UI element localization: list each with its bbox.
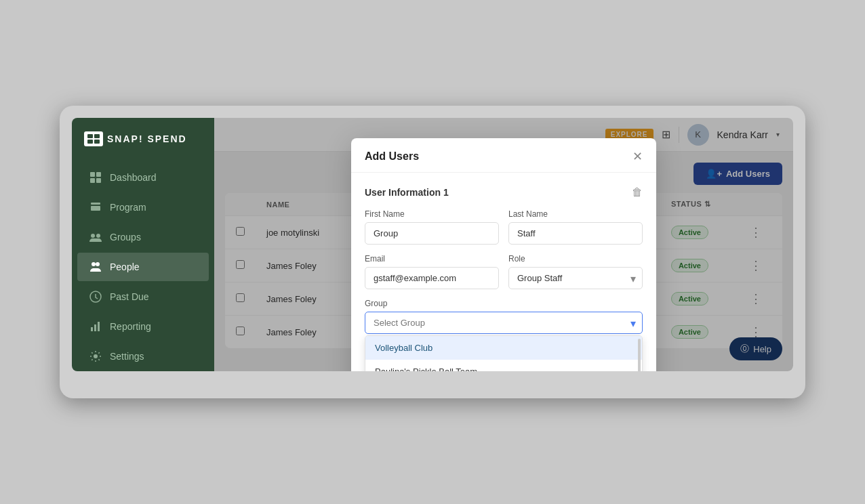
svg-rect-16	[98, 322, 100, 331]
sidebar-item-program[interactable]: Program	[77, 193, 209, 222]
logo: SNAP! SPEND	[72, 118, 214, 163]
add-users-modal: Add Users ✕ User Information 1 🗑	[351, 138, 656, 371]
group-option-volleyball[interactable]: Volleyball Club	[365, 336, 642, 360]
logo-text: SNAP! SPEND	[107, 133, 187, 144]
svg-rect-9	[91, 206, 100, 211]
svg-point-13	[96, 262, 100, 266]
user-info-title: User Information 1	[365, 187, 449, 198]
groups-icon	[89, 231, 102, 243]
last-name-input[interactable]	[508, 222, 643, 245]
first-name-input[interactable]	[365, 222, 499, 245]
sidebar-label-program: Program	[110, 202, 146, 213]
sidebar-label-past-due: Past Due	[110, 291, 149, 302]
role-select[interactable]: Group Staff Program Staff Admin	[508, 267, 643, 289]
reporting-icon	[89, 320, 102, 333]
svg-point-10	[91, 234, 95, 238]
modal-title: Add Users	[365, 150, 419, 163]
sidebar-item-past-due[interactable]: Past Due	[77, 282, 209, 311]
dashboard-icon	[89, 171, 102, 184]
sidebar-label-reporting: Reporting	[110, 321, 151, 332]
email-role-row: Email Role Group Staff Progra	[365, 254, 643, 289]
group-input-wrapper: ▾ Volleyball Club Paulina's Pickle Ball …	[365, 312, 643, 334]
last-name-label: Last Name	[508, 209, 643, 219]
group-label: Group	[365, 299, 643, 308]
group-select-input[interactable]	[365, 312, 643, 334]
svg-rect-2	[87, 140, 93, 144]
role-label: Role	[508, 254, 643, 264]
svg-rect-3	[94, 140, 100, 144]
svg-rect-1	[94, 134, 100, 138]
svg-rect-4	[90, 172, 95, 177]
sidebar-item-people[interactable]: People	[77, 253, 209, 281]
svg-rect-7	[96, 178, 101, 183]
group-dropdown-list: Volleyball Club Paulina's Pickle Ball Te…	[365, 335, 643, 371]
sidebar-item-dashboard[interactable]: Dashboard	[77, 163, 209, 192]
svg-rect-6	[90, 178, 95, 183]
past-due-icon	[89, 291, 102, 303]
sidebar-item-settings[interactable]: Settings	[77, 342, 209, 371]
last-name-group: Last Name	[508, 209, 643, 245]
name-row: First Name Last Name	[365, 209, 643, 245]
sidebar-label-settings: Settings	[110, 351, 144, 362]
modal-header: Add Users ✕	[351, 138, 656, 173]
svg-rect-8	[91, 203, 100, 205]
email-group: Email	[365, 254, 499, 289]
modal-close-button[interactable]: ✕	[632, 150, 643, 163]
group-option-pickle[interactable]: Paulina's Pickle Ball Team	[365, 360, 642, 371]
sidebar-item-groups[interactable]: Groups	[77, 223, 209, 251]
group-chevron-icon: ▾	[630, 316, 636, 329]
settings-icon	[89, 350, 102, 362]
sidebar: SNAP! SPEND Dashboard	[72, 118, 214, 371]
svg-rect-15	[94, 324, 96, 331]
svg-point-11	[96, 234, 100, 238]
sidebar-label-dashboard: Dashboard	[110, 172, 157, 183]
first-name-group: First Name	[365, 209, 499, 245]
modal-overlay: Add Users ✕ User Information 1 🗑	[214, 118, 793, 371]
main-content: EXPLORE ⊞ K Kendra Karr ▾ 👤+	[214, 118, 793, 371]
logo-icon	[84, 131, 103, 146]
svg-rect-0	[87, 134, 93, 138]
email-label: Email	[365, 254, 499, 264]
svg-point-17	[94, 354, 98, 358]
role-select-wrapper: Group Staff Program Staff Admin ▾	[508, 267, 643, 289]
modal-body: User Information 1 🗑 First Name	[351, 173, 656, 366]
svg-point-12	[92, 262, 96, 266]
svg-rect-14	[91, 327, 93, 331]
first-name-label: First Name	[365, 209, 499, 219]
people-icon	[89, 261, 102, 273]
sidebar-label-people: People	[110, 261, 140, 272]
dropdown-scrollbar	[638, 339, 641, 371]
group-group: Group ▾ Volleyball Club Paulina's Pickle…	[365, 299, 643, 334]
sidebar-label-groups: Groups	[110, 232, 141, 243]
email-input[interactable]	[365, 267, 499, 289]
svg-rect-5	[96, 172, 101, 177]
user-info-header: User Information 1 🗑	[365, 186, 643, 198]
sidebar-item-reporting[interactable]: Reporting	[77, 312, 209, 341]
delete-user-button[interactable]: 🗑	[632, 186, 643, 198]
role-group: Role Group Staff Program Staff Admin ▾	[508, 254, 643, 289]
program-icon	[89, 201, 102, 213]
